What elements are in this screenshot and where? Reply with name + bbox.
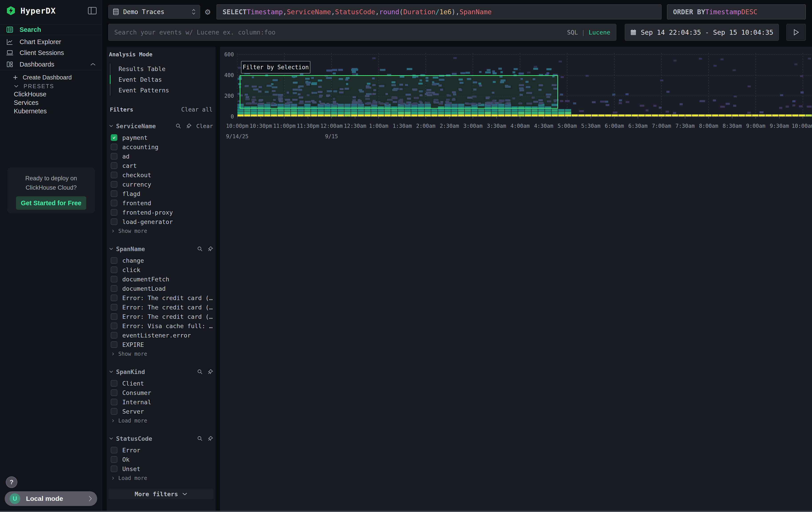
chart-selection-region[interactable] — [240, 75, 558, 109]
filter-option-checkbox[interactable]: documentFetch — [109, 274, 213, 284]
clear-all-button[interactable]: Clear all — [181, 106, 212, 113]
checkbox-unchecked[interactable] — [111, 266, 117, 273]
filter-option-checkbox[interactable]: documentLoad — [109, 284, 213, 293]
source-select[interactable]: Demo Traces — [108, 5, 200, 19]
filter-option-checkbox[interactable]: Client — [109, 379, 213, 388]
filter-option-checkbox[interactable]: Error: The credit card (… — [109, 293, 213, 302]
get-started-button[interactable]: Get Started for Free — [16, 196, 86, 210]
checkbox-unchecked[interactable] — [111, 181, 117, 188]
load-more-button[interactable]: Load more — [109, 474, 213, 483]
checkbox-unchecked[interactable] — [111, 332, 117, 339]
pin-icon[interactable] — [208, 246, 213, 251]
filter-option-checkbox[interactable]: Consumer — [109, 388, 213, 397]
checkbox-unchecked[interactable] — [111, 200, 117, 206]
filter-option-checkbox[interactable]: checkout — [109, 170, 213, 180]
filter-option-checkbox[interactable]: Ok — [109, 455, 213, 464]
sql-query-input[interactable]: SELECT Timestamp, ServiceName, StatusCod… — [216, 4, 662, 19]
filter-option-checkbox[interactable]: click — [109, 265, 213, 274]
order-by-input[interactable]: ORDER BY Timestamp DESC — [667, 4, 806, 19]
search-icon[interactable] — [197, 246, 203, 252]
sidebar-item-services[interactable]: Services — [0, 98, 102, 107]
filter-option-checkbox[interactable]: Internal — [109, 397, 213, 407]
checkbox-unchecked[interactable] — [111, 143, 117, 150]
chevron-up-icon[interactable] — [90, 62, 96, 66]
help-button[interactable]: ? — [6, 476, 17, 488]
filter-option-checkbox[interactable]: Unset — [109, 464, 213, 474]
checkbox-unchecked[interactable] — [111, 389, 117, 396]
filter-option-checkbox[interactable]: load-generator — [109, 217, 213, 226]
local-mode-button[interactable]: U Local mode — [5, 491, 97, 506]
search-input[interactable] — [114, 29, 567, 36]
lang-sql-option[interactable]: SQL — [567, 29, 578, 36]
sidebar-item-kubernetes[interactable]: Kubernetes — [0, 106, 102, 116]
checkbox-unchecked[interactable] — [111, 172, 117, 178]
checkbox-unchecked[interactable] — [111, 323, 117, 329]
checkbox-unchecked[interactable] — [111, 304, 117, 311]
checkbox-unchecked[interactable] — [111, 190, 117, 197]
load-more-button[interactable]: Load more — [109, 416, 213, 425]
checkbox-unchecked[interactable] — [111, 380, 117, 387]
search-icon[interactable] — [197, 436, 203, 441]
show-more-button[interactable]: Show more — [109, 226, 213, 236]
show-more-button[interactable]: Show more — [109, 349, 213, 359]
filter-option-checkbox[interactable]: flagd — [109, 189, 213, 198]
checkbox-unchecked[interactable] — [111, 295, 117, 301]
pin-icon[interactable] — [186, 123, 192, 129]
chevron-down-icon[interactable] — [109, 437, 113, 440]
checkbox-unchecked[interactable] — [111, 276, 117, 282]
checkbox-unchecked[interactable] — [111, 465, 117, 472]
filter-option-checkbox[interactable]: frontend-proxy — [109, 208, 213, 217]
chevron-down-icon[interactable] — [109, 125, 113, 128]
filter-option-checkbox[interactable]: Error — [109, 446, 213, 455]
clear-group-button[interactable]: Clear — [196, 123, 213, 129]
filter-option-checkbox[interactable]: EXPIRE — [109, 340, 213, 349]
sidebar-item-dashboards[interactable]: Dashboards — [0, 59, 102, 70]
filter-option-checkbox[interactable]: change — [109, 256, 213, 265]
search-icon[interactable] — [176, 123, 181, 129]
chevron-down-icon[interactable] — [109, 247, 113, 250]
filter-option-checkbox[interactable]: eventListener.error — [109, 330, 213, 340]
filter-option-checkbox[interactable]: Error: The credit card (… — [109, 312, 213, 321]
checkbox-unchecked[interactable] — [111, 162, 117, 169]
checkbox-unchecked[interactable] — [111, 285, 117, 292]
checkbox-unchecked[interactable] — [111, 341, 117, 348]
checkbox-unchecked[interactable] — [111, 313, 117, 320]
analysis-item-event-patterns[interactable]: Event Patterns — [111, 85, 213, 96]
checkbox-unchecked[interactable] — [111, 456, 117, 463]
sidebar-item-search[interactable]: Search — [0, 25, 102, 35]
more-filters-button[interactable]: More filters — [109, 489, 213, 499]
filter-option-checkbox[interactable]: payment — [109, 133, 213, 142]
filter-option-checkbox[interactable]: ad — [109, 152, 213, 161]
checkbox-unchecked[interactable] — [111, 447, 117, 454]
analysis-item-event-deltas[interactable]: Event Deltas — [111, 74, 213, 85]
filter-option-checkbox[interactable]: frontend — [109, 198, 213, 208]
run-query-button[interactable] — [786, 24, 806, 41]
filter-option-checkbox[interactable]: Error: Visa cache full: … — [109, 321, 213, 330]
filter-option-checkbox[interactable]: Error: The credit card (… — [109, 302, 213, 312]
checkbox-unchecked[interactable] — [111, 209, 117, 216]
checkbox-checked[interactable] — [111, 134, 117, 141]
checkbox-unchecked[interactable] — [111, 257, 117, 264]
search-icon[interactable] — [197, 369, 203, 375]
pin-icon[interactable] — [208, 369, 213, 374]
checkbox-unchecked[interactable] — [111, 399, 117, 405]
sidebar-item-chart-explorer[interactable]: Chart Explorer — [0, 37, 102, 47]
filter-option-checkbox[interactable]: currency — [109, 180, 213, 189]
sidebar-item-client-sessions[interactable]: Client Sessions — [0, 48, 102, 58]
checkbox-unchecked[interactable] — [111, 218, 117, 225]
gear-icon[interactable]: ⚙ — [202, 6, 213, 17]
pin-icon[interactable] — [208, 436, 213, 441]
filter-option-checkbox[interactable]: Server — [109, 407, 213, 416]
analysis-item-results-table[interactable]: Results Table — [111, 63, 213, 74]
sidebar-collapse-icon[interactable] — [88, 7, 97, 15]
sidebar-item-clickhouse[interactable]: ClickHouse — [0, 89, 102, 99]
filter-by-selection-tooltip[interactable]: Filter by Selection — [241, 61, 310, 74]
filter-option-checkbox[interactable]: cart — [109, 161, 213, 170]
bottom-scrollbar[interactable] — [0, 511, 812, 512]
lang-lucene-option[interactable]: Lucene — [588, 29, 610, 36]
checkbox-unchecked[interactable] — [111, 153, 117, 160]
filter-option-checkbox[interactable]: accounting — [109, 142, 213, 152]
time-range-picker[interactable]: Sep 14 22:04:35 - Sep 15 10:04:35 — [625, 24, 779, 41]
chevron-down-icon[interactable] — [109, 370, 113, 373]
presets-toggle[interactable]: PRESETS — [0, 82, 102, 90]
